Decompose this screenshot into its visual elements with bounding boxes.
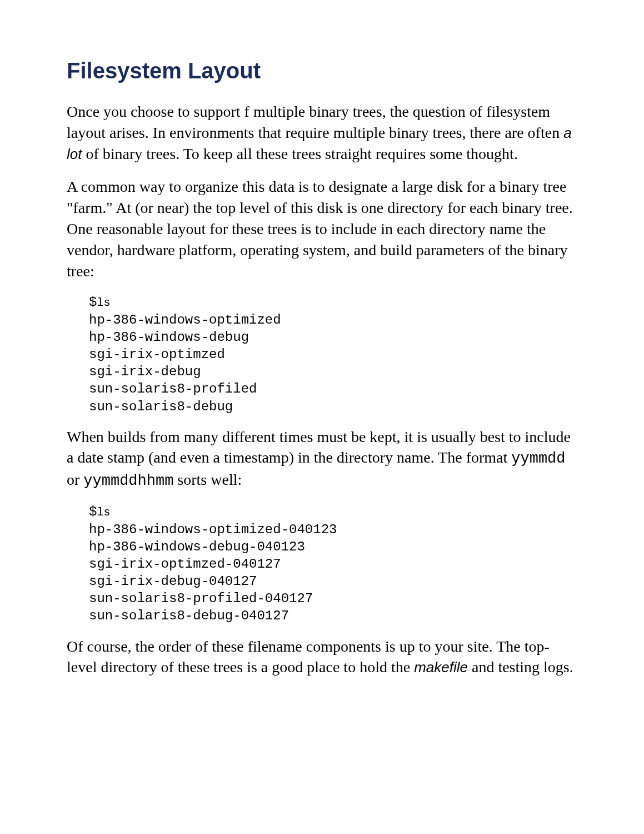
prompt: $	[89, 295, 97, 310]
text: or	[67, 471, 83, 488]
datestamp-paragraph: When builds from many different times mu…	[67, 426, 577, 492]
text: and testing logs.	[468, 658, 573, 676]
code-listing-1: $ls hp-386-windows-optimized hp-386-wind…	[89, 294, 577, 415]
code-output: hp-386-windows-optimized hp-386-windows-…	[89, 312, 281, 414]
text: When builds from many different times mu…	[67, 428, 571, 466]
code-listing-2: $ls hp-386-windows-optimized-040123 hp-3…	[89, 503, 577, 624]
page-title: Filesystem Layout	[67, 56, 577, 86]
inline-code: yymmddhhmm	[83, 473, 173, 489]
text: sorts well:	[173, 471, 242, 488]
text: Once you choose to support f multiple bi…	[67, 103, 563, 141]
inline-code: yymmdd	[511, 450, 565, 467]
farm-paragraph: A common way to organize this data is to…	[67, 176, 577, 281]
emphasis-text: makefile	[414, 659, 468, 676]
command: ls	[97, 296, 110, 309]
command: ls	[97, 506, 110, 519]
intro-paragraph: Once you choose to support f multiple bi…	[67, 101, 577, 164]
code-output: hp-386-windows-optimized-040123 hp-386-w…	[89, 522, 337, 624]
closing-paragraph: Of course, the order of these filename c…	[67, 636, 577, 678]
prompt: $	[89, 504, 97, 519]
text: of binary trees. To keep all these trees…	[82, 145, 517, 162]
